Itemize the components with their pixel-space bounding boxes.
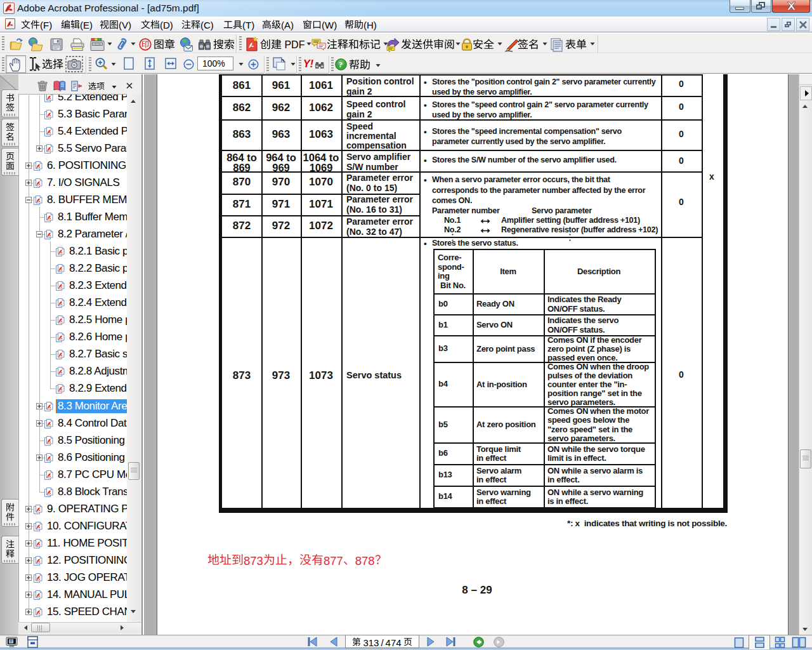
svg-text:?: ? (339, 60, 343, 69)
svg-text:Y!: Y! (303, 58, 314, 69)
